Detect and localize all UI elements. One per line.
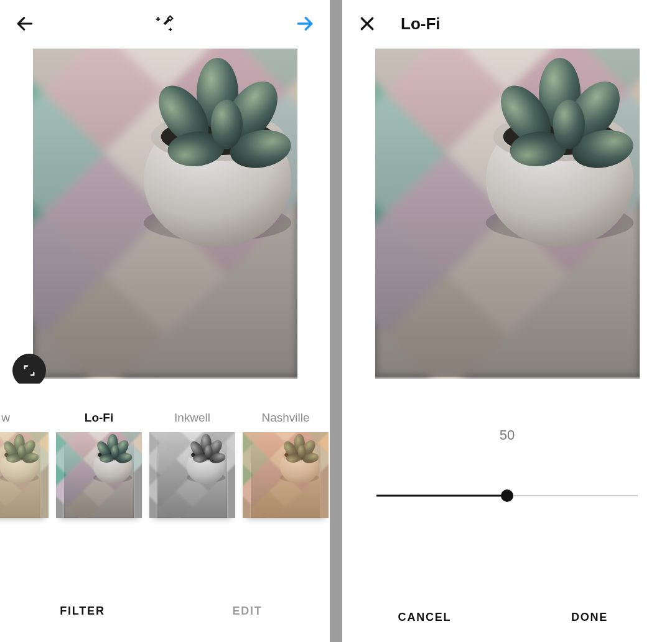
svg-rect-36 [156,19,161,20]
magic-wand-icon [155,11,175,36]
back-button[interactable] [11,10,39,37]
top-bar: Lo-Fi [342,0,672,47]
filter-item-nashville[interactable]: Nashville [243,411,329,518]
bottom-tabs: FILTER EDIT [0,585,330,636]
filter-thumb [56,432,142,518]
tab-filter[interactable]: FILTER [0,586,165,636]
filter-item-w[interactable]: w [0,411,49,518]
filter-strip[interactable]: wLo-FiInkwellNashville [0,384,330,585]
tab-edit[interactable]: EDIT [165,586,330,636]
filter-select-screen: wLo-FiInkwellNashville FILTER EDIT [0,0,330,642]
auto-enhance-button[interactable] [151,10,179,37]
filter-item-label: w [0,411,49,426]
page-title: Lo-Fi [401,14,441,34]
cancel-button[interactable]: CANCEL [342,592,507,642]
bottom-actions: CANCEL DONE [342,592,672,642]
filter-thumb [0,432,49,518]
svg-rect-34 [168,16,173,21]
svg-rect-38 [169,29,172,31]
filter-item-label: Inkwell [149,411,235,426]
filter-item-label: Lo-Fi [56,411,142,426]
slider-value: 50 [500,427,515,443]
close-icon [358,14,376,33]
expand-icon [22,364,36,377]
expand-button[interactable] [12,354,46,387]
done-button[interactable]: DONE [507,592,672,642]
filter-adjust-screen: Lo-Fi 50 CANCEL DONE [342,0,672,642]
top-bar [0,0,330,47]
photo-preview [342,47,672,384]
filter-thumb [149,432,235,518]
photo-preview [0,47,330,384]
next-button[interactable] [291,10,319,37]
filter-item-label: Nashville [243,411,329,426]
arrow-right-icon [295,13,315,34]
filter-thumb [243,432,329,518]
arrow-left-icon [15,13,35,34]
filter-item-inkwell[interactable]: Inkwell [149,411,235,518]
slider-area: 50 [342,384,672,592]
pane-divider [330,0,342,642]
intensity-slider[interactable] [376,488,638,503]
close-button[interactable] [353,10,381,37]
filter-item-lo-fi[interactable]: Lo-Fi [56,411,142,518]
